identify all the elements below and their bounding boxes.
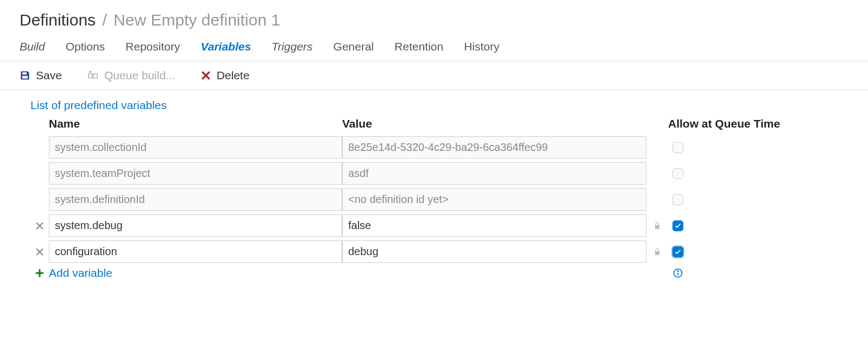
toolbar: Save Queue build... Delete — [0, 61, 868, 90]
info-icon[interactable] — [672, 268, 683, 278]
save-label: Save — [36, 69, 62, 82]
delete-label: Delete — [217, 69, 250, 82]
col-name: Name — [49, 117, 342, 132]
add-variable-link[interactable]: Add variable — [49, 267, 342, 280]
svg-rect-1 — [89, 74, 92, 78]
predefined-variables-link[interactable]: List of predefined variables — [30, 99, 167, 111]
check-icon — [674, 222, 682, 230]
delete-row-button[interactable] — [30, 247, 49, 257]
tab-variables[interactable]: Variables — [200, 40, 251, 53]
tab-triggers[interactable]: Triggers — [272, 40, 312, 53]
breadcrumb-current: New Empty definition 1 — [114, 11, 280, 29]
col-value: Value — [342, 117, 646, 132]
check-icon — [674, 248, 682, 256]
breadcrumb: Definitions / New Empty definition 1 — [0, 11, 868, 40]
col-queue: Allow at Queue Time — [668, 117, 831, 132]
var-value-input — [342, 136, 646, 159]
delete-icon — [200, 70, 211, 81]
lock-icon — [653, 248, 661, 256]
allow-queue-checkbox — [672, 168, 683, 179]
save-button[interactable]: Save — [20, 69, 62, 82]
lock-button[interactable] — [646, 222, 668, 230]
svg-point-7 — [677, 270, 678, 271]
allow-queue-checkbox — [672, 194, 683, 205]
close-icon — [35, 221, 45, 231]
var-name-input[interactable] — [49, 214, 342, 237]
var-name-input — [49, 162, 342, 185]
var-name-input — [49, 188, 342, 211]
tab-retention[interactable]: Retention — [394, 40, 443, 53]
lock-icon — [653, 222, 661, 230]
queue-icon — [87, 69, 99, 81]
close-icon — [35, 247, 45, 257]
var-value-input[interactable] — [342, 240, 646, 263]
breadcrumb-sep: / — [102, 11, 106, 29]
var-value-input — [342, 162, 646, 185]
delete-button[interactable]: Delete — [200, 69, 250, 82]
plus-icon — [35, 268, 45, 278]
save-icon — [20, 70, 30, 81]
tab-general[interactable]: General — [334, 40, 374, 53]
breadcrumb-root[interactable]: Definitions — [20, 11, 96, 29]
var-value-input — [342, 188, 646, 211]
tabs: Build Options Repository Variables Trigg… — [0, 40, 868, 61]
queue-label: Queue build... — [104, 69, 175, 82]
var-value-input[interactable] — [342, 214, 646, 237]
allow-queue-checkbox[interactable] — [672, 246, 683, 257]
lock-button[interactable] — [646, 248, 668, 256]
tab-build[interactable]: Build — [20, 40, 45, 53]
var-name-input[interactable] — [49, 240, 342, 263]
variables-table: Name Value Allow at Queue Time — [30, 117, 868, 280]
tab-repository[interactable]: Repository — [125, 40, 180, 53]
add-variable-plus[interactable] — [30, 268, 49, 278]
tab-options[interactable]: Options — [66, 40, 105, 53]
svg-rect-0 — [26, 72, 27, 74]
var-name-input — [49, 136, 342, 159]
allow-queue-checkbox[interactable] — [672, 220, 683, 231]
svg-rect-2 — [93, 74, 97, 78]
allow-queue-checkbox — [672, 142, 683, 153]
tab-history[interactable]: History — [464, 40, 499, 53]
queue-build-button: Queue build... — [87, 69, 175, 82]
delete-row-button[interactable] — [30, 221, 49, 231]
